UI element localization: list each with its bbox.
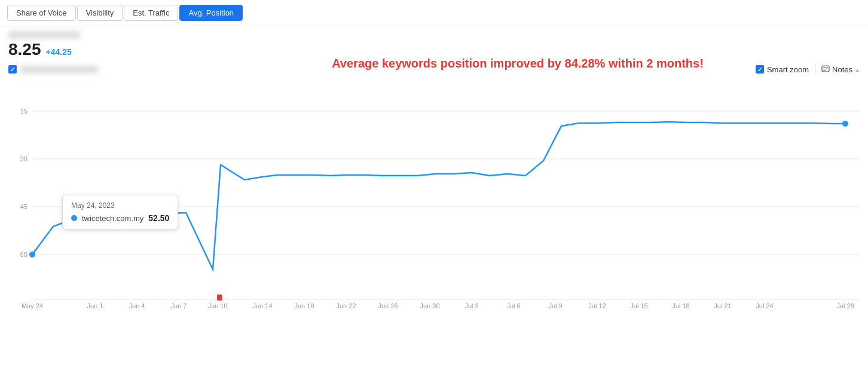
svg-text:May 24: May 24 bbox=[22, 302, 43, 309]
tab-visibility[interactable]: Visibility bbox=[77, 5, 123, 21]
svg-text:Jul 6: Jul 6 bbox=[506, 302, 520, 309]
tooltip-date: May 24, 2023 bbox=[71, 201, 169, 210]
notes-label: Notes bbox=[832, 65, 852, 74]
divider bbox=[815, 64, 815, 75]
svg-text:Jul 12: Jul 12 bbox=[588, 302, 606, 309]
svg-text:Jun 10: Jun 10 bbox=[207, 302, 227, 309]
metric-value: 8.25 bbox=[8, 40, 41, 59]
notes-button[interactable]: Notes ⌄ bbox=[821, 65, 860, 74]
tab-share-of-voice[interactable]: Share of Voice bbox=[7, 5, 76, 21]
right-controls: Smart zoom Notes ⌄ bbox=[756, 64, 860, 75]
event-marker bbox=[217, 295, 222, 300]
svg-text:Jun 30: Jun 30 bbox=[420, 302, 439, 309]
tooltip-domain: twicetech.com.my bbox=[82, 214, 143, 223]
tab-avg-position[interactable]: Avg. Position bbox=[179, 5, 243, 21]
svg-text:Jul 15: Jul 15 bbox=[630, 302, 647, 309]
svg-text:Jul 9: Jul 9 bbox=[548, 302, 562, 309]
tooltip-dot bbox=[71, 215, 77, 221]
notes-icon bbox=[821, 65, 830, 73]
svg-text:Jul 18: Jul 18 bbox=[672, 302, 689, 309]
svg-text:Jun 18: Jun 18 bbox=[294, 302, 314, 309]
tooltip-value-row: twicetech.com.my 52.50 bbox=[71, 213, 169, 223]
notes-chevron-icon: ⌄ bbox=[855, 66, 860, 73]
tab-est-traffic[interactable]: Est. Traffic bbox=[124, 5, 178, 21]
svg-text:Jun 26: Jun 26 bbox=[378, 302, 398, 309]
svg-text:Jul 21: Jul 21 bbox=[714, 302, 731, 309]
smart-zoom-label: Smart zoom bbox=[767, 65, 809, 74]
svg-text:15: 15 bbox=[20, 108, 27, 115]
metric-change: +44.25 bbox=[46, 47, 72, 57]
tabs-bar: Share of Voice Visibility Est. Traffic A… bbox=[0, 0, 868, 26]
svg-text:Jun 1: Jun 1 bbox=[87, 302, 103, 309]
svg-text:Jun 4: Jun 4 bbox=[129, 302, 145, 309]
metric-section: 8.25 +44.25 bbox=[0, 26, 868, 62]
metric-label-blurred bbox=[8, 31, 80, 39]
svg-text:60: 60 bbox=[20, 251, 27, 258]
svg-text:45: 45 bbox=[20, 203, 27, 210]
metric-value-row: 8.25 +44.25 bbox=[8, 40, 860, 59]
end-dot bbox=[842, 121, 848, 127]
tooltip: May 24, 2023 twicetech.com.my 52.50 bbox=[62, 195, 178, 229]
metric-label bbox=[8, 31, 860, 39]
svg-text:30: 30 bbox=[20, 155, 27, 162]
chart-controls: Smart zoom Notes ⌄ bbox=[0, 62, 868, 77]
svg-text:Jul 28: Jul 28 bbox=[836, 302, 854, 309]
tooltip-value: 52.50 bbox=[148, 213, 169, 223]
chart-container: 15 30 45 60 May 24 Jun 1 Jun 4 Jun 7 Jun… bbox=[8, 78, 860, 313]
legend-checkbox[interactable] bbox=[8, 65, 17, 73]
svg-text:Jun 22: Jun 22 bbox=[336, 302, 356, 309]
svg-text:Jul 24: Jul 24 bbox=[756, 302, 773, 309]
svg-text:Jul 3: Jul 3 bbox=[464, 302, 478, 309]
smart-zoom-checkbox[interactable] bbox=[756, 65, 764, 73]
smart-zoom-wrapper: Smart zoom bbox=[756, 65, 809, 74]
start-dot bbox=[29, 252, 35, 257]
svg-text:Jun 7: Jun 7 bbox=[171, 302, 187, 309]
legend-item bbox=[8, 65, 98, 73]
legend-label-blurred bbox=[20, 66, 98, 73]
svg-text:Jun 14: Jun 14 bbox=[252, 302, 272, 309]
